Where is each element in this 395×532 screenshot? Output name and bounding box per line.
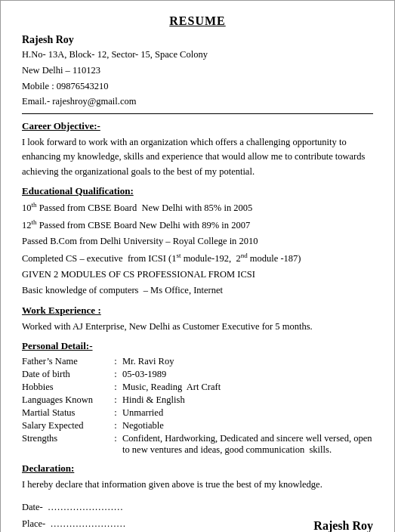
date-dots: …………………… [45, 502, 123, 512]
label-dob: Date of birth [22, 368, 109, 381]
candidate-name: Rajesh Roy [22, 34, 373, 46]
career-objective-text: I look forward to work with an organizat… [22, 135, 373, 179]
personal-row-strengths: Strengths : Confident, Hardworking, Dedi… [22, 432, 373, 456]
value-salary: Negotiable [122, 419, 373, 432]
date-place-block: Date- …………………… Place- …………………… [22, 499, 125, 532]
value-languages: Hindi & English [122, 394, 373, 407]
personal-row-dob: Date of birth : 05-03-1989 [22, 368, 373, 381]
label-hobbies: Hobbies [22, 381, 109, 394]
personal-detail-table: Father’s Name : Mr. Ravi Roy Date of bir… [22, 355, 373, 456]
edu-item-4: Completed CS – executive from ICSI (1st … [22, 251, 373, 267]
value-marital: Unmarried [122, 407, 373, 419]
value-strengths: Confident, Hardworking, Dedicated and si… [122, 432, 373, 456]
value-hobbies: Music, Reading Art Craft [122, 381, 373, 394]
date-label: Date- [22, 502, 43, 512]
resume-page: RESUME Rajesh Roy H.No- 13A, Block- 12, … [0, 0, 395, 532]
label-marital: Martial Status [22, 407, 109, 419]
declaration-title: Declaration: [22, 462, 373, 475]
signature-name: Rajesh Roy [313, 519, 373, 532]
edu-item-3: Passed B.Com from Delhi University – Roy… [22, 234, 373, 249]
label-salary: Salary Expected [22, 419, 109, 432]
place-line: Place- …………………… [22, 515, 125, 532]
address-line2: New Delhi – 110123 [22, 63, 373, 78]
career-objective-title: Career Objective:- [22, 120, 373, 132]
place-label: Place- [22, 518, 45, 529]
personal-detail-title: Personal Detail:- [22, 340, 373, 352]
address-line1: H.No- 13A, Block- 12, Sector- 15, Space … [22, 48, 373, 62]
declaration-text: I hereby declare that information given … [22, 478, 373, 492]
header-divider [22, 113, 373, 114]
date-line: Date- …………………… [22, 499, 125, 516]
value-father: Mr. Ravi Roy [122, 355, 373, 368]
signature-row: Date- …………………… Place- …………………… Rajesh Ro… [22, 499, 373, 532]
edu-item-2: 12th Passed from CBSE Board New Delhi wi… [22, 218, 373, 234]
email: Email.- rajeshroy@gmail.com [22, 94, 373, 109]
place-dots: …………………… [48, 518, 125, 529]
personal-row-hobbies: Hobbies : Music, Reading Art Craft [22, 381, 373, 394]
work-experience-title: Work Experience : [22, 305, 373, 317]
value-dob: 05-03-1989 [122, 368, 373, 381]
edu-item-6: Basic knowledge of computers – Ms Office… [22, 283, 373, 298]
personal-row-languages: Languages Known : Hindi & English [22, 394, 373, 407]
label-father: Father’s Name [22, 355, 109, 368]
resume-title: RESUME [22, 14, 373, 28]
mobile: Mobile : 09876543210 [22, 79, 373, 94]
label-strengths: Strengths [22, 432, 109, 456]
edu-item-5: GIVEN 2 MODULES OF CS PROFESSIONAL FROM … [22, 268, 373, 282]
personal-row-marital: Martial Status : Unmarried [22, 407, 373, 419]
education-title: Educational Qualification: [22, 185, 373, 197]
edu-item-1: 10th Passed from CBSE Board New Delhi wi… [22, 200, 373, 216]
personal-row-father: Father’s Name : Mr. Ravi Roy [22, 355, 373, 368]
personal-row-salary: Salary Expected : Negotiable [22, 419, 373, 432]
work-experience-text: Worked with AJ Enterprise, New Delhi as … [22, 320, 373, 334]
label-languages: Languages Known [22, 394, 109, 407]
